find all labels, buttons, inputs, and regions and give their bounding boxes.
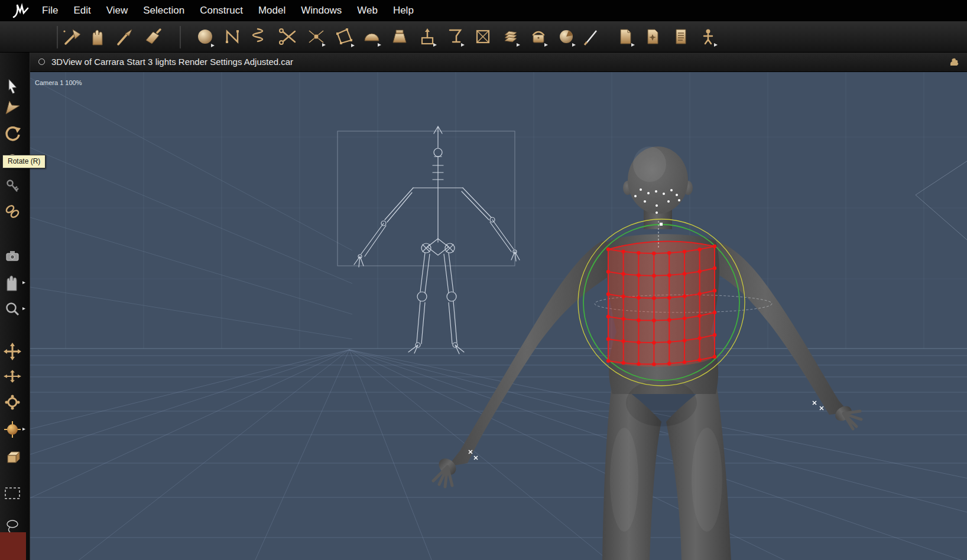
polygon-tool[interactable]	[336, 28, 355, 47]
pie-sphere-tool[interactable]	[560, 30, 576, 47]
menu-bar: File Edit View Selection Construct Model…	[0, 0, 967, 21]
menu-windows[interactable]: Windows	[293, 5, 349, 17]
rotate-tool[interactable]	[7, 127, 21, 140]
menu-construct[interactable]: Construct	[192, 5, 251, 17]
viewport-titlebar: 3DView of Carrara Start 3 lights Render …	[30, 53, 967, 72]
nav-arrow-tool[interactable]	[6, 101, 20, 114]
viewport-corner-icon[interactable]	[949, 57, 959, 67]
page-star-tool[interactable]	[648, 30, 658, 44]
left-toolbar	[0, 53, 30, 560]
rotate-gear-tool[interactable]	[5, 395, 20, 410]
spline-tool[interactable]	[226, 30, 239, 43]
text-lines-tool[interactable]	[676, 30, 686, 44]
menu-list: File Edit View Selection Construct Model…	[34, 5, 421, 17]
move-xy-tool[interactable]	[4, 343, 21, 360]
link-tool[interactable]	[5, 204, 20, 219]
hand-tool[interactable]	[93, 30, 102, 45]
scene-3d[interactable]	[30, 72, 967, 560]
menu-file[interactable]: File	[34, 5, 66, 17]
menu-view[interactable]: View	[99, 5, 136, 17]
boxed-x-tool[interactable]	[477, 31, 489, 43]
stack-tool[interactable]	[505, 31, 520, 47]
menu-web[interactable]: Web	[349, 5, 385, 17]
bolt-tool[interactable]	[393, 30, 406, 43]
sidebar-bottom-panel	[0, 532, 26, 560]
main-toolbar	[0, 21, 967, 53]
rotate-tooltip: Rotate (R)	[2, 155, 46, 168]
dome-tool[interactable]	[365, 34, 381, 47]
viewport-3d[interactable]: Camera 1 100%	[30, 72, 967, 560]
viewport-title: 3DView of Carrara Start 3 lights Render …	[51, 57, 293, 67]
extrude-tool[interactable]	[422, 28, 437, 47]
box-tool[interactable]	[8, 452, 20, 463]
vertex-tool[interactable]	[309, 31, 326, 47]
selection-mesh-cylinder[interactable]	[606, 242, 716, 367]
axe-tool[interactable]	[63, 30, 80, 44]
menu-selection[interactable]: Selection	[135, 5, 192, 17]
menu-edit[interactable]: Edit	[66, 5, 98, 17]
goblet-tool[interactable]	[450, 30, 465, 47]
menu-model[interactable]: Model	[251, 5, 293, 17]
page-curl-tool[interactable]	[621, 30, 635, 47]
pan-hand-tool[interactable]	[7, 276, 17, 291]
target-flyout-icon[interactable]	[22, 428, 25, 431]
scissors-tool[interactable]	[280, 29, 295, 44]
pan-flyout-icon[interactable]	[22, 281, 25, 284]
move-xz-tool[interactable]	[4, 370, 21, 383]
sphere-tool[interactable]	[198, 30, 215, 47]
spring-tool[interactable]	[253, 29, 262, 41]
figure-tool[interactable]	[704, 30, 718, 47]
lasso-select-tool[interactable]	[7, 520, 18, 532]
camera-tool[interactable]	[7, 251, 18, 261]
carrara-logo-icon	[7, 3, 34, 18]
trowel-tool[interactable]	[146, 30, 160, 44]
select-arrow-tool[interactable]	[9, 79, 17, 94]
zoom-flyout-icon[interactable]	[22, 307, 25, 310]
pencil-tool[interactable]	[585, 31, 596, 45]
marquee-select-tool[interactable]	[5, 488, 20, 499]
viewport-panel: 3DView of Carrara Start 3 lights Render …	[30, 53, 967, 560]
manipulator-handle[interactable]	[660, 223, 663, 226]
viewport-background	[30, 72, 967, 560]
camera-label: Camera 1 100%	[35, 79, 82, 86]
viewport-collapse-icon[interactable]	[38, 58, 45, 65]
bag-tool[interactable]	[533, 32, 548, 47]
menu-help[interactable]: Help	[385, 5, 421, 17]
brush-tool[interactable]	[118, 30, 132, 44]
key-tool[interactable]	[8, 181, 19, 192]
zoom-tool[interactable]	[7, 304, 19, 315]
target-sphere-tool[interactable]	[4, 421, 21, 438]
